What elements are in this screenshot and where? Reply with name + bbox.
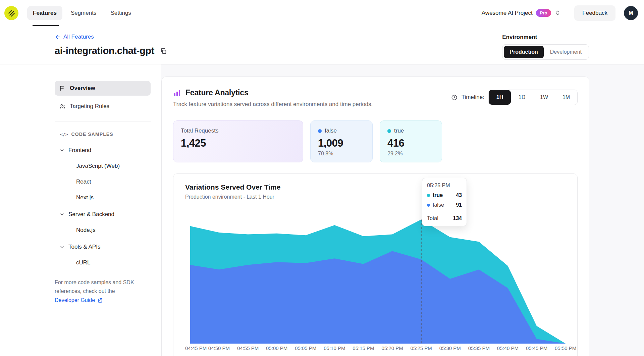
feature-title: ai-integration.chat-gpt bbox=[55, 45, 154, 56]
x-axis-label: 05:25 PM bbox=[411, 345, 432, 351]
chart-tooltip: 05:25 PM true 43 false 91 Total 134 bbox=[422, 178, 467, 226]
x-axis-label: 05:10 PM bbox=[324, 345, 345, 351]
stat-card-false: false 1,009 70.8% bbox=[310, 120, 373, 162]
stats-row: Total Requests 1,425 false 1,009 70.8% t… bbox=[173, 120, 578, 162]
group-server-backend[interactable]: Server & Backend bbox=[55, 211, 151, 218]
code-samples-header: </> CODE SAMPLES bbox=[55, 132, 151, 137]
tooltip-total-row: Total 134 bbox=[427, 212, 462, 221]
top-navbar: Features Segments Settings Awesome AI Pr… bbox=[0, 0, 644, 26]
topbar-right: Awesome AI Project Pro Feedback M bbox=[482, 5, 638, 21]
chevron-down-icon bbox=[59, 244, 65, 250]
timeline-control: Timeline: 1H 1D 1W 1M bbox=[451, 90, 578, 105]
pro-badge: Pro bbox=[536, 9, 551, 17]
logo-stripes-icon bbox=[7, 9, 16, 17]
nav-item-features[interactable]: Features bbox=[27, 6, 62, 20]
x-axis-label: 04:50 PM bbox=[208, 345, 230, 351]
stat-card-true: true 416 29.2% bbox=[380, 120, 442, 162]
clock-icon bbox=[451, 94, 458, 101]
false-dot bbox=[318, 129, 322, 133]
project-switcher[interactable]: Awesome AI Project Pro bbox=[482, 9, 561, 17]
sidebar-item-nodejs[interactable]: Node.js bbox=[55, 227, 151, 234]
stat-percent: 70.8% bbox=[318, 151, 365, 157]
users-icon bbox=[59, 103, 65, 109]
sidebar-footer: For more code samples and SDK references… bbox=[55, 278, 150, 305]
stat-label: true bbox=[394, 128, 404, 134]
subheader-left: All Features ai-integration.chat-gpt bbox=[55, 34, 167, 64]
stat-value: 1,425 bbox=[181, 137, 296, 149]
x-axis-label: 05:20 PM bbox=[381, 345, 403, 351]
stat-label: Total Requests bbox=[181, 128, 296, 134]
code-icon: </> bbox=[60, 132, 68, 137]
stat-card-total-requests: Total Requests 1,425 bbox=[173, 120, 303, 162]
main-panel: Feature Analytics Track feature variatio… bbox=[161, 64, 644, 356]
true-dot bbox=[427, 194, 430, 197]
flag-icon bbox=[59, 85, 65, 91]
back-to-all-features-link[interactable]: All Features bbox=[55, 34, 94, 40]
timeline-1d-button[interactable]: 1D bbox=[511, 90, 533, 105]
group-tools-apis[interactable]: Tools & APIs bbox=[55, 244, 151, 250]
stat-value: 1,009 bbox=[318, 137, 365, 149]
feedback-button[interactable]: Feedback bbox=[574, 5, 615, 21]
true-dot bbox=[387, 129, 391, 133]
chevrons-up-down-icon bbox=[554, 10, 561, 16]
sidebar-item-curl[interactable]: cURL bbox=[55, 259, 151, 266]
environment-label: Environment bbox=[502, 34, 589, 41]
sidebar-item-react[interactable]: React bbox=[55, 179, 151, 185]
feature-sidebar: Overview Targeting Rules </> CODE SAMPLE… bbox=[0, 64, 161, 356]
variations-chart-card: Variations Served Over Time Production e… bbox=[173, 173, 578, 356]
app-logo[interactable] bbox=[4, 6, 18, 20]
analytics-title: Feature Analytics bbox=[185, 88, 248, 97]
x-axis-label: 05:40 PM bbox=[497, 345, 519, 351]
avatar[interactable]: M bbox=[624, 6, 638, 20]
tooltip-row-true: true 43 bbox=[427, 192, 462, 198]
tooltip-time: 05:25 PM bbox=[427, 183, 462, 189]
nav-item-segments[interactable]: Segments bbox=[65, 6, 102, 20]
sidebar-item-nextjs[interactable]: Next.js bbox=[55, 194, 151, 201]
group-frontend[interactable]: Frontend bbox=[55, 147, 151, 154]
timeline-label: Timeline: bbox=[462, 94, 484, 101]
environment-block: Environment Production Development bbox=[502, 34, 589, 64]
x-axis-label: 04:55 PM bbox=[237, 345, 259, 351]
external-link-icon bbox=[97, 298, 103, 303]
analytics-header-left: Feature Analytics Track feature variatio… bbox=[173, 88, 373, 108]
x-axis-label: 05:50 PM bbox=[555, 345, 576, 351]
nav-item-settings[interactable]: Settings bbox=[105, 6, 137, 20]
stat-label: false bbox=[325, 128, 337, 134]
false-dot bbox=[427, 204, 430, 207]
x-axis-label: 05:30 PM bbox=[439, 345, 461, 351]
timeline-1m-button[interactable]: 1M bbox=[555, 90, 577, 105]
project-name: Awesome AI Project bbox=[482, 10, 533, 16]
bar-chart-icon bbox=[173, 89, 181, 97]
feature-analytics-card: Feature Analytics Track feature variatio… bbox=[161, 77, 589, 356]
x-axis-label: 05:00 PM bbox=[266, 345, 287, 351]
environment-toggle: Production Development bbox=[502, 44, 589, 60]
stacked-area-chart[interactable] bbox=[185, 209, 571, 344]
x-axis-label: 05:35 PM bbox=[468, 345, 490, 351]
x-axis-label: 05:45 PM bbox=[526, 345, 547, 351]
chevron-down-icon bbox=[59, 148, 65, 153]
copy-icon bbox=[160, 48, 167, 54]
chart-subtitle: Production environment - Last 1 Hour bbox=[185, 194, 571, 200]
env-production-button[interactable]: Production bbox=[504, 46, 543, 58]
x-axis-label: 05:15 PM bbox=[353, 345, 374, 351]
sidebar-divider bbox=[55, 121, 151, 121]
developer-guide-link[interactable]: Developer Guide bbox=[55, 296, 103, 305]
primary-nav: Features Segments Settings bbox=[27, 6, 137, 20]
chart-title: Variations Served Over Time bbox=[185, 183, 571, 191]
chevron-down-icon bbox=[59, 212, 65, 217]
env-development-button[interactable]: Development bbox=[544, 46, 587, 58]
timeline-1w-button[interactable]: 1W bbox=[533, 90, 555, 105]
timeline-1h-button[interactable]: 1H bbox=[489, 90, 511, 105]
x-axis-labels: 04:45 PM04:50 PM04:55 PM05:00 PM05:05 PM… bbox=[185, 345, 571, 353]
content-area: Overview Targeting Rules </> CODE SAMPLE… bbox=[0, 64, 644, 356]
stat-value: 416 bbox=[387, 137, 434, 149]
stat-percent: 29.2% bbox=[387, 151, 434, 157]
sidebar-item-targeting-rules[interactable]: Targeting Rules bbox=[55, 99, 151, 114]
analytics-subtitle: Track feature variations served across d… bbox=[173, 101, 373, 108]
feature-subheader: All Features ai-integration.chat-gpt Env… bbox=[0, 26, 644, 64]
sidebar-item-overview[interactable]: Overview bbox=[55, 81, 151, 96]
copy-feature-key-button[interactable] bbox=[160, 48, 167, 54]
timeline-segmented-control: 1H 1D 1W 1M bbox=[488, 90, 578, 105]
sidebar-item-javascript-web[interactable]: JavaScript (Web) bbox=[55, 163, 151, 169]
x-axis-label: 04:45 PM bbox=[185, 345, 207, 351]
